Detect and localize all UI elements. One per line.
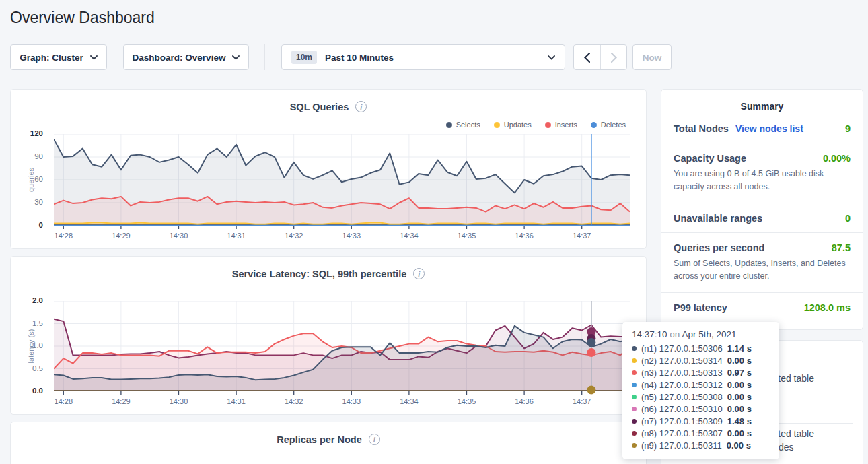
- node-color-dot: [632, 395, 637, 399]
- x-tick-label: 14:37: [565, 397, 599, 405]
- chart-title-replicas-per-node: Replicas per Node: [277, 434, 362, 445]
- node-latency-value: 0.00 s: [727, 428, 752, 438]
- x-tick-label: 14:37: [565, 232, 599, 240]
- node-color-dot: [632, 419, 637, 424]
- y-tick-label: 0.0: [32, 387, 43, 395]
- legend-dot: [446, 122, 452, 128]
- x-tick-label: 14:35: [449, 232, 483, 240]
- summary-description: You are using 0 B of 4.5 GiB usable disk…: [674, 168, 851, 194]
- x-tick-label: 14:31: [219, 232, 253, 240]
- summary-panel: Summary Total Nodes View nodes list 9 Ca…: [661, 89, 863, 330]
- replicas-per-node-chart-card: Replicas per Nodei: [10, 422, 647, 464]
- time-pager: [573, 44, 627, 70]
- graph-dropdown-label: Graph: Cluster: [20, 53, 83, 63]
- time-range-badge: 10m: [291, 51, 317, 64]
- chart-hover-tooltip: 14:37:10 on Apr 5th, 2021 (n1) 127.0.0.1…: [622, 322, 779, 459]
- graph-dropdown[interactable]: Graph: Cluster: [10, 44, 107, 70]
- tooltip-node-row: (n3) 127.0.0.1:503130.97 s: [632, 366, 770, 378]
- y-tick-label: 60: [34, 175, 43, 183]
- node-latency-value: 0.00 s: [727, 380, 752, 390]
- x-tick-label: 14:36: [507, 232, 541, 240]
- chevron-down-icon: [548, 55, 555, 60]
- node-address: (n6) 127.0.0.1:50310: [641, 404, 723, 414]
- time-range-dropdown[interactable]: 10m Past 10 Minutes: [281, 44, 565, 70]
- service-latency-plot[interactable]: [54, 301, 630, 395]
- node-color-dot: [632, 370, 637, 375]
- sql-queries-chart-card: SQL Queriesi SelectsUpdatesInsertsDelete…: [10, 89, 647, 249]
- y-axis-ticks: 0306090120: [11, 134, 48, 226]
- x-tick-label: 14:33: [334, 397, 368, 405]
- x-tick-label: 14:30: [161, 397, 195, 405]
- tooltip-node-row: (n5) 127.0.0.1:503080.00 s: [632, 391, 770, 403]
- legend-label: Inserts: [555, 121, 577, 129]
- summary-label: Capacity Usage: [674, 153, 746, 164]
- tooltip-node-row: (n7) 127.0.0.1:503091.48 s: [632, 416, 770, 428]
- node-latency-value: 0.00 s: [727, 404, 752, 414]
- prev-range-button[interactable]: [574, 45, 600, 69]
- tooltip-timestamp: 14:37:10 on Apr 5th, 2021: [632, 329, 770, 339]
- legend-item-updates[interactable]: Updates: [494, 121, 532, 129]
- time-range-label: Past 10 Minutes: [325, 53, 394, 63]
- y-tick-label: 120: [30, 129, 43, 137]
- chevron-left-icon: [584, 53, 590, 63]
- y-tick-label: 0: [39, 221, 43, 229]
- info-icon[interactable]: i: [413, 268, 425, 279]
- y-tick-label: 1.0: [32, 341, 43, 350]
- tooltip-node-row: (n8) 127.0.0.1:503070.00 s: [632, 428, 770, 440]
- legend-item-deletes[interactable]: Deletes: [591, 121, 626, 129]
- x-tick-label: 14:32: [277, 397, 311, 405]
- summary-row-total-nodes: Total Nodes View nodes list 9: [661, 114, 863, 143]
- x-tick-label: 14:28: [46, 397, 80, 405]
- y-axis-ticks: 0.00.51.01.52.0: [11, 301, 48, 391]
- y-tick-label: 90: [34, 152, 43, 160]
- dashboard-dropdown-label: Dashboard: Overview: [133, 53, 226, 63]
- service-latency-chart-card: Service Latency: SQL, 99th percentilei l…: [10, 256, 647, 415]
- tooltip-node-row: (n6) 127.0.0.1:503100.00 s: [632, 403, 770, 415]
- legend-label: Deletes: [601, 121, 626, 129]
- node-latency-value: 1.48 s: [727, 416, 752, 426]
- summary-row-unavailable-ranges: Unavailable ranges 0: [661, 203, 863, 232]
- tooltip-rows: (n1) 127.0.0.1:503061.14 s(n2) 127.0.0.1…: [632, 342, 770, 452]
- view-nodes-list-link[interactable]: View nodes list: [735, 123, 803, 134]
- chevron-right-icon: [611, 53, 617, 63]
- chevron-down-icon: [90, 55, 98, 60]
- summary-description: Sum of Selects, Updates, Inserts, and De…: [674, 257, 851, 284]
- summary-row-capacity-usage: Capacity Usage 0.00% You are using 0 B o…: [661, 143, 863, 203]
- next-range-button[interactable]: [600, 45, 626, 69]
- node-color-dot: [632, 443, 637, 448]
- legend-item-selects[interactable]: Selects: [446, 121, 480, 129]
- summary-value: 9: [845, 123, 851, 134]
- tooltip-node-row: (n4) 127.0.0.1:503120.00 s: [632, 378, 770, 391]
- node-latency-value: 0.00 s: [727, 392, 752, 402]
- node-address: (n2) 127.0.0.1:50314: [641, 356, 723, 366]
- legend-label: Updates: [504, 121, 532, 129]
- info-icon[interactable]: i: [355, 101, 367, 112]
- legend-label: Selects: [456, 121, 480, 129]
- toolbar-divider: [264, 44, 265, 70]
- node-color-dot: [632, 407, 637, 411]
- x-tick-label: 14:31: [219, 397, 253, 405]
- x-tick-label: 14:34: [392, 397, 426, 405]
- node-address: (n1) 127.0.0.1:50306: [641, 343, 723, 354]
- node-latency-value: 0.00 s: [727, 440, 751, 451]
- page-title: Overview Dashboard: [10, 9, 155, 27]
- dashboard-dropdown[interactable]: Dashboard: Overview: [123, 44, 249, 70]
- summary-title: Summary: [661, 90, 863, 114]
- now-button[interactable]: Now: [632, 44, 672, 70]
- node-color-dot: [632, 431, 637, 436]
- node-color-dot: [632, 383, 637, 387]
- info-icon[interactable]: i: [369, 434, 380, 445]
- tooltip-node-row: (n2) 127.0.0.1:503140.00 s: [632, 354, 770, 366]
- summary-value: 0.00%: [823, 153, 851, 164]
- summary-label: Unavailable ranges: [674, 213, 762, 224]
- sql-queries-plot[interactable]: [54, 134, 630, 230]
- node-latency-value: 0.00 s: [727, 356, 752, 366]
- summary-row-queries-per-second: Queries per second 87.5 Sum of Selects, …: [661, 232, 863, 292]
- toolbar: Graph: Cluster Dashboard: Overview 10m P…: [0, 44, 868, 73]
- chevron-down-icon: [232, 55, 240, 60]
- x-tick-label: 14:32: [277, 232, 311, 240]
- now-button-label: Now: [643, 53, 662, 63]
- chart-title-service-latency: Service Latency: SQL, 99th percentile: [232, 269, 407, 279]
- summary-row-p99-latency: P99 latency 1208.0 ms: [661, 292, 863, 322]
- legend-item-inserts[interactable]: Inserts: [545, 121, 577, 129]
